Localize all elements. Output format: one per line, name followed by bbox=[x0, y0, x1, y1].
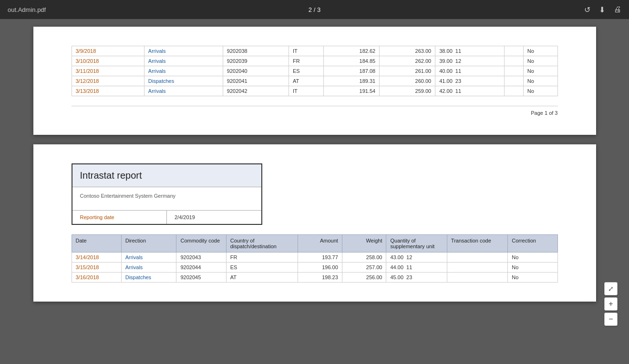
report-date-row: Reporting date 2/4/2019 bbox=[72, 211, 261, 224]
col-qty: Quantity of supplementary unit bbox=[386, 235, 447, 253]
pdf-viewer: 3/9/2018 Arrivals 9202038 IT 182.62 263.… bbox=[0, 19, 629, 364]
cell-correction: No bbox=[523, 66, 557, 76]
cell-country: FR bbox=[289, 56, 324, 66]
cell-amount: 198.23 bbox=[298, 273, 342, 283]
cell-direction: Dispatches bbox=[144, 76, 223, 86]
print-icon[interactable]: 🖨 bbox=[614, 5, 621, 14]
cell-commodity: 9202042 bbox=[223, 86, 289, 96]
cell-qty: 41.00 23 bbox=[435, 76, 505, 86]
filename-label: out.Admin.pdf bbox=[8, 6, 46, 13]
cell-qty: 45.00 23 bbox=[386, 273, 447, 283]
cell-direction: Arrivals bbox=[121, 253, 176, 263]
cell-commodity: 9202041 bbox=[223, 76, 289, 86]
page2-table: Date Direction Commodity code Country of… bbox=[72, 234, 558, 283]
zoom-controls: ⤢ + − bbox=[604, 282, 618, 326]
col-country: Country of dispatch/destination bbox=[226, 235, 298, 253]
cell-direction: Arrivals bbox=[144, 66, 223, 76]
cell-date: 3/11/2018 bbox=[72, 66, 144, 76]
cell-country: AT bbox=[289, 76, 324, 86]
cell-country: FR bbox=[226, 253, 298, 263]
cell-transaction bbox=[447, 273, 507, 283]
cell-transaction bbox=[505, 66, 523, 76]
cell-weight: 262.00 bbox=[380, 56, 435, 66]
cell-correction: No bbox=[508, 273, 557, 283]
cell-weight: 256.00 bbox=[342, 273, 386, 283]
page-indicator: 2 / 3 bbox=[309, 6, 320, 13]
cell-weight: 259.00 bbox=[380, 86, 435, 96]
table-row: 3/16/2018 Dispatches 9202045 AT 198.23 2… bbox=[72, 273, 557, 283]
reporting-date-label: Reporting date bbox=[72, 211, 167, 224]
cell-commodity: 9202040 bbox=[223, 66, 289, 76]
table-row: 3/12/2018 Dispatches 9202041 AT 189.31 2… bbox=[72, 76, 557, 86]
cell-date: 3/13/2018 bbox=[72, 86, 144, 96]
page1-footer: Page 1 of 3 bbox=[72, 106, 558, 116]
cell-date: 3/9/2018 bbox=[72, 46, 144, 56]
cell-amount: 182.62 bbox=[324, 46, 380, 56]
cell-correction: No bbox=[508, 253, 557, 263]
cell-qty: 43.00 12 bbox=[386, 253, 447, 263]
cell-commodity: 9202038 bbox=[223, 46, 289, 56]
cell-direction: Arrivals bbox=[144, 56, 223, 66]
cell-direction: Arrivals bbox=[121, 263, 176, 273]
cell-qty: 39.00 12 bbox=[435, 56, 505, 66]
cell-correction: No bbox=[523, 46, 557, 56]
toolbar-actions: ↺ ⬇ 🖨 bbox=[584, 5, 621, 14]
table-row: 3/14/2018 Arrivals 9202043 FR 193.77 258… bbox=[72, 253, 557, 263]
cell-amount: 193.77 bbox=[298, 253, 342, 263]
pdf-page-1: 3/9/2018 Arrivals 9202038 IT 182.62 263.… bbox=[33, 27, 596, 135]
col-date: Date bbox=[72, 235, 121, 253]
col-transaction: Transaction code bbox=[447, 235, 507, 253]
cell-direction: Dispatches bbox=[121, 273, 176, 283]
cell-date: 3/16/2018 bbox=[72, 273, 121, 283]
cell-amount: 184.85 bbox=[324, 56, 380, 66]
pdf-page-2: Intrastat report Contoso Entertainment S… bbox=[33, 144, 596, 302]
col-correction: Correction bbox=[508, 235, 557, 253]
cell-country: IT bbox=[289, 86, 324, 96]
table-row: 3/10/2018 Arrivals 9202039 FR 184.85 262… bbox=[72, 56, 557, 66]
cell-date: 3/14/2018 bbox=[72, 253, 121, 263]
report-company: Contoso Entertainment System Germany bbox=[72, 187, 261, 211]
cell-amount: 196.00 bbox=[298, 263, 342, 273]
cell-commodity: 9202044 bbox=[176, 263, 226, 273]
cell-amount: 187.08 bbox=[324, 66, 380, 76]
cell-transaction bbox=[505, 86, 523, 96]
cell-transaction bbox=[505, 56, 523, 66]
download-icon[interactable]: ⬇ bbox=[599, 5, 605, 14]
cell-qty: 40.00 11 bbox=[435, 66, 505, 76]
zoom-in-button[interactable]: + bbox=[604, 297, 618, 311]
report-title: Intrastat report bbox=[72, 164, 261, 187]
cell-weight: 257.00 bbox=[342, 263, 386, 273]
col-amount: Amount bbox=[298, 235, 342, 253]
col-commodity: Commodity code bbox=[176, 235, 226, 253]
cell-date: 3/10/2018 bbox=[72, 56, 144, 66]
cell-commodity: 9202045 bbox=[176, 273, 226, 283]
cell-amount: 191.54 bbox=[324, 86, 380, 96]
cell-qty: 44.00 11 bbox=[386, 263, 447, 273]
cell-date: 3/12/2018 bbox=[72, 76, 144, 86]
zoom-out-button[interactable]: − bbox=[604, 313, 618, 326]
cell-transaction bbox=[447, 263, 507, 273]
cell-country: ES bbox=[289, 66, 324, 76]
cell-country: ES bbox=[226, 263, 298, 273]
page1-table: 3/9/2018 Arrivals 9202038 IT 182.62 263.… bbox=[72, 46, 558, 96]
report-header-box: Intrastat report Contoso Entertainment S… bbox=[72, 163, 262, 225]
cell-transaction bbox=[505, 46, 523, 56]
cell-correction: No bbox=[523, 76, 557, 86]
refresh-icon[interactable]: ↺ bbox=[584, 5, 590, 14]
cell-transaction bbox=[447, 253, 507, 263]
zoom-expand-button[interactable]: ⤢ bbox=[604, 282, 618, 295]
cell-weight: 261.00 bbox=[380, 66, 435, 76]
cell-weight: 263.00 bbox=[380, 46, 435, 56]
cell-correction: No bbox=[508, 263, 557, 273]
cell-direction: Arrivals bbox=[144, 86, 223, 96]
cell-qty: 38.00 11 bbox=[435, 46, 505, 56]
col-weight: Weight bbox=[342, 235, 386, 253]
cell-country: AT bbox=[226, 273, 298, 283]
table-row: 3/13/2018 Arrivals 9202042 IT 191.54 259… bbox=[72, 86, 557, 96]
cell-amount: 189.31 bbox=[324, 76, 380, 86]
table-row: 3/11/2018 Arrivals 9202040 ES 187.08 261… bbox=[72, 66, 557, 76]
cell-correction: No bbox=[523, 86, 557, 96]
cell-country: IT bbox=[289, 46, 324, 56]
col-direction: Direction bbox=[121, 235, 176, 253]
cell-transaction bbox=[505, 76, 523, 86]
